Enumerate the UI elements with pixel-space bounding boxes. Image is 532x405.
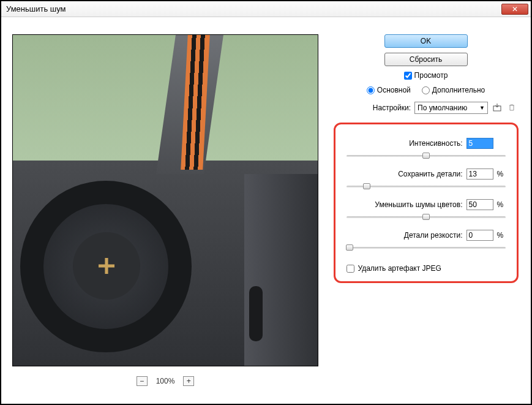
sharpen-slider[interactable]	[347, 243, 506, 252]
sliders-panel: Интенсивность: Сохранить детали: %	[334, 123, 519, 283]
zoom-level: 100%	[156, 377, 175, 385]
close-button[interactable]: ✕	[501, 4, 528, 15]
chevron-down-icon: ▼	[479, 105, 485, 111]
mode-basic-radio[interactable]: Основной	[367, 86, 411, 94]
details-label: Сохранить детали:	[398, 170, 462, 178]
delete-preset-button[interactable]	[506, 102, 517, 113]
jpeg-artifact-label: Удалить артефакт JPEG	[358, 264, 441, 273]
ok-button[interactable]: OK	[384, 34, 468, 48]
zoom-controls: − 100% +	[137, 376, 195, 386]
mode-basic-input[interactable]	[367, 86, 375, 94]
intensity-label: Интенсивность:	[409, 139, 462, 148]
trash-icon	[508, 103, 516, 113]
sharpen-percent: %	[497, 231, 506, 240]
color-noise-slider[interactable]	[347, 213, 506, 221]
mode-advanced-input[interactable]	[422, 86, 430, 94]
reset-label: Сбросить	[410, 55, 442, 64]
dialog-content: − 100% + OK Сбросить Просмотр	[1, 18, 531, 404]
intensity-slider[interactable]	[347, 151, 506, 160]
car-logo-icon	[99, 258, 114, 274]
window-title: Уменьшить шум	[4, 4, 501, 13]
sharpen-input[interactable]	[466, 230, 493, 241]
intensity-input[interactable]	[466, 138, 493, 149]
zoom-out-button[interactable]: −	[137, 376, 148, 386]
preview-label: Просмотр	[414, 71, 448, 80]
color-noise-percent: %	[497, 200, 506, 209]
settings-label: Настройки:	[373, 104, 411, 112]
ok-label: OK	[421, 37, 431, 45]
color-noise-input[interactable]	[466, 199, 493, 210]
sharpen-label: Детали резкости:	[404, 231, 463, 240]
color-noise-group: Уменьшить шумы цветов: %	[347, 199, 506, 221]
mode-advanced-label: Дополнительно	[432, 86, 485, 94]
save-preset-icon	[492, 102, 502, 114]
save-preset-button[interactable]	[492, 102, 503, 113]
titlebar: Уменьшить шум ✕	[1, 1, 531, 17]
intensity-group: Интенсивность:	[347, 138, 506, 160]
details-group: Сохранить детали: %	[347, 168, 506, 191]
details-percent: %	[497, 170, 506, 178]
preview-checkbox[interactable]	[404, 72, 412, 80]
close-icon: ✕	[512, 5, 518, 13]
preview-column: − 100% +	[12, 34, 318, 393]
preview-image[interactable]	[12, 34, 318, 366]
mode-basic-label: Основной	[377, 86, 411, 94]
zoom-in-button[interactable]: +	[183, 376, 194, 386]
settings-preset-select[interactable]: По умолчанию ▼	[414, 102, 488, 114]
details-slider[interactable]	[347, 182, 506, 191]
mode-advanced-radio[interactable]: Дополнительно	[422, 86, 485, 94]
settings-value: По умолчанию	[418, 104, 467, 112]
sharpen-group: Детали резкости: %	[347, 230, 506, 252]
plus-icon: +	[187, 377, 191, 385]
controls-column: OK Сбросить Просмотр Основной Дополнител…	[332, 34, 520, 393]
minus-icon: −	[140, 377, 144, 385]
reset-button[interactable]: Сбросить	[384, 53, 468, 66]
settings-row: Настройки: По умолчанию ▼	[332, 102, 520, 118]
color-noise-label: Уменьшить шумы цветов:	[375, 200, 462, 209]
jpeg-artifact-checkbox[interactable]	[347, 265, 354, 273]
details-input[interactable]	[466, 168, 493, 180]
reduce-noise-dialog: Уменьшить шум ✕ − 100%	[0, 0, 532, 405]
